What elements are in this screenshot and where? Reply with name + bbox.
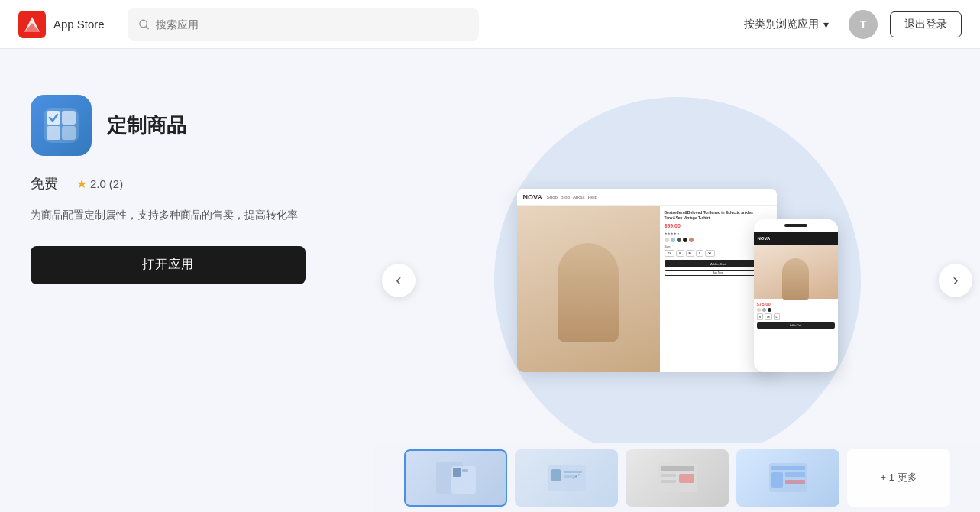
thumbnails-bar: + 1 更多 [374, 443, 980, 512]
model-image [558, 243, 619, 342]
nova-bar: NOVA Shop Blog About Help [517, 189, 777, 206]
svg-rect-20 [661, 466, 694, 471]
color-option [677, 238, 681, 242]
chevron-left-icon: ‹ [396, 272, 401, 289]
mobile-color-option [762, 308, 766, 312]
nova-nav: Shop Blog About Help [547, 195, 597, 199]
thumb-graphic-2 [544, 459, 590, 497]
thumbnail-preview-3 [626, 449, 729, 507]
svg-rect-27 [785, 472, 805, 477]
next-screenshot-button[interactable]: › [939, 264, 972, 297]
screenshot-main: NOVA Shop Blog About Help Bestsellers&Be… [517, 189, 838, 372]
color-option [683, 238, 687, 242]
shoplazza-logo [18, 11, 46, 38]
star-icon: ★ [76, 177, 87, 191]
app-store-label: App Store [53, 18, 105, 31]
mobile-size-option: S [757, 313, 764, 320]
search-bar[interactable] [128, 8, 479, 41]
thumbnail-preview-5: + 1 更多 [847, 449, 950, 507]
rating-value: 2.0 [90, 177, 106, 190]
svg-rect-12 [453, 468, 461, 477]
color-option [665, 238, 669, 242]
open-app-button[interactable]: 打开应用 [31, 246, 306, 284]
svg-rect-7 [62, 111, 76, 125]
mobile-notch-bar [784, 224, 807, 227]
logo-area: App Store [18, 11, 105, 38]
svg-rect-25 [771, 466, 805, 470]
thumbnail-item-4[interactable] [736, 449, 839, 507]
logout-button[interactable]: 退出登录 [890, 11, 962, 37]
svg-rect-28 [785, 480, 805, 484]
size-option: XS [665, 250, 674, 257]
svg-rect-23 [679, 474, 694, 483]
thumbnail-item-1[interactable] [404, 449, 507, 507]
size-option: M [686, 250, 694, 257]
svg-line-4 [146, 26, 148, 28]
chevron-down-icon: ▾ [823, 18, 829, 31]
header: App Store 按类别浏览应用 ▾ T 退出登录 [0, 0, 980, 49]
app-icon-graphic [40, 105, 82, 146]
browse-by-category-button[interactable]: 按类别浏览应用 ▾ [736, 13, 836, 36]
size-option: XL [705, 250, 715, 257]
app-icon [31, 95, 92, 156]
mobile-size-options: S M L [757, 313, 835, 320]
size-option: S [676, 250, 684, 257]
search-icon [138, 18, 150, 31]
svg-rect-6 [47, 111, 60, 125]
color-option [689, 238, 694, 242]
thumbnail-preview-4 [736, 449, 839, 507]
thumbnail-item-3[interactable] [626, 449, 729, 507]
mobile-product-price: $75.00 [757, 302, 835, 306]
mobile-info: $75.00 S M L Add to Cart [754, 299, 838, 332]
mobile-header-bar: NOVA [754, 232, 838, 245]
rating-count: (2) [109, 177, 123, 190]
thumb-graphic-3 [655, 459, 700, 497]
svg-rect-22 [661, 480, 676, 483]
product-image-area [517, 206, 660, 372]
mobile-add-to-cart[interactable]: Add to Cart [757, 322, 835, 329]
mobile-color-options [757, 308, 835, 312]
svg-rect-13 [462, 469, 468, 472]
mobile-size-option: M [765, 313, 771, 320]
svg-rect-26 [771, 472, 783, 488]
color-option [671, 238, 675, 242]
chevron-right-icon: › [953, 272, 958, 289]
desktop-body: Bestsellers&Beloved Tortlenec in Eclecti… [517, 206, 777, 372]
mobile-product-image [754, 245, 838, 299]
mobile-size-option: L [774, 313, 780, 320]
product-name: Bestsellers&Beloved Tortlenec in Eclecti… [665, 210, 772, 221]
size-option: L [696, 250, 703, 257]
mobile-color-option [757, 308, 761, 312]
thumbnail-item-2[interactable] [515, 449, 618, 507]
app-rating: ★ 2.0 (2) [76, 177, 123, 191]
right-panel: ‹ NOVA Shop Blog About Help [374, 49, 980, 512]
user-avatar[interactable]: T [849, 10, 878, 39]
prev-screenshot-button[interactable]: ‹ [382, 264, 416, 297]
mobile-notch [754, 219, 838, 232]
svg-rect-21 [661, 474, 676, 477]
thumbnail-preview-1 [406, 451, 506, 505]
mobile-color-option [768, 308, 771, 312]
screenshot-desktop: NOVA Shop Blog About Help Bestsellers&Be… [517, 189, 777, 372]
header-right: 按类别浏览应用 ▾ T 退出登录 [736, 10, 962, 39]
app-description: 为商品配置定制属性，支持多种商品的售卖，提高转化率 [31, 206, 306, 225]
app-meta: 免费 ★ 2.0 (2) [31, 174, 344, 193]
thumbnail-item-5[interactable]: + 1 更多 [847, 449, 950, 507]
app-title: 定制商品 [107, 112, 186, 139]
svg-rect-15 [551, 469, 561, 481]
thumb-graphic-1 [433, 459, 479, 497]
app-price: 免费 [31, 174, 58, 193]
mobile-brand-name: NOVA [758, 236, 771, 241]
main-content: 定制商品 免费 ★ 2.0 (2) 为商品配置定制属性，支持多种商品的售卖，提高… [0, 49, 980, 512]
thumbnail-preview-2 [515, 449, 618, 507]
mobile-model-image [782, 258, 809, 300]
search-input[interactable] [156, 18, 468, 31]
thumb-graphic-4 [765, 459, 811, 497]
svg-rect-16 [564, 471, 582, 473]
screenshot-mobile: NOVA $75.00 S M L [754, 219, 838, 372]
svg-rect-9 [62, 126, 76, 140]
svg-rect-8 [47, 126, 60, 140]
more-thumbnails-label: + 1 更多 [847, 449, 950, 507]
nova-title: NOVA [523, 193, 542, 201]
app-header: 定制商品 [31, 95, 344, 156]
